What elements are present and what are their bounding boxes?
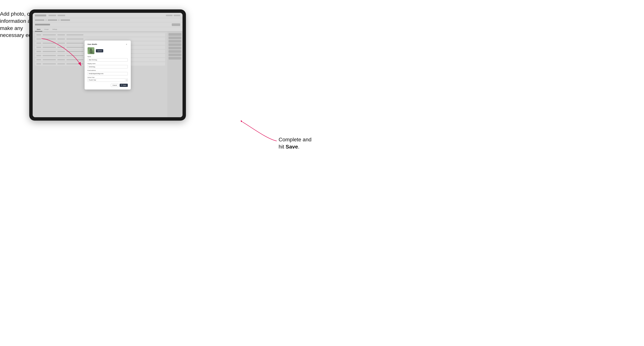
user-photo-thumb — [88, 47, 94, 54]
annotation-right: Complete and hit Save. — [278, 136, 320, 150]
modal-overlay[interactable]: User details × Upload Name Dis — [33, 13, 182, 117]
save-label: Save — [123, 84, 126, 86]
user-details-modal: User details × Upload Name Dis — [84, 40, 131, 90]
upload-button[interactable]: Upload — [96, 49, 104, 52]
photo-row: Upload — [88, 47, 128, 54]
display-name-label: Display name — [88, 63, 128, 64]
modal-title: User details — [88, 43, 97, 45]
save-button[interactable]: ⬆ Save — [120, 84, 128, 87]
close-icon[interactable]: × — [126, 43, 128, 45]
email-input[interactable] — [88, 72, 128, 75]
display-name-field-group: Display name — [88, 63, 128, 69]
name-field-group: Name — [88, 56, 128, 62]
modal-header: User details × — [88, 43, 128, 45]
school-year-input[interactable] — [88, 78, 128, 82]
school-year-label: School Year — [88, 77, 128, 78]
school-year-field-group: School Year × ▲▼ — [88, 77, 128, 82]
photo-image — [88, 47, 94, 54]
school-year-wrapper: × ▲▼ — [88, 78, 128, 82]
name-label: Name — [88, 56, 128, 57]
name-input[interactable] — [88, 58, 128, 62]
email-field-group: Email address — [88, 70, 128, 75]
email-label: Email address — [88, 70, 128, 71]
tablet-screen: Users Groups Settings — [33, 13, 182, 117]
cancel-button[interactable]: Cancel — [111, 84, 118, 87]
tablet-device: Users Groups Settings — [29, 9, 186, 121]
spinner-icon[interactable]: ▲▼ — [126, 79, 128, 81]
save-icon: ⬆ — [121, 84, 122, 86]
clear-icon[interactable]: × — [125, 79, 126, 81]
school-year-controls: × ▲▼ — [125, 79, 128, 81]
modal-footer: Cancel ⬆ Save — [88, 84, 128, 87]
arrow-right-icon — [241, 120, 278, 143]
display-name-input[interactable] — [88, 65, 128, 68]
